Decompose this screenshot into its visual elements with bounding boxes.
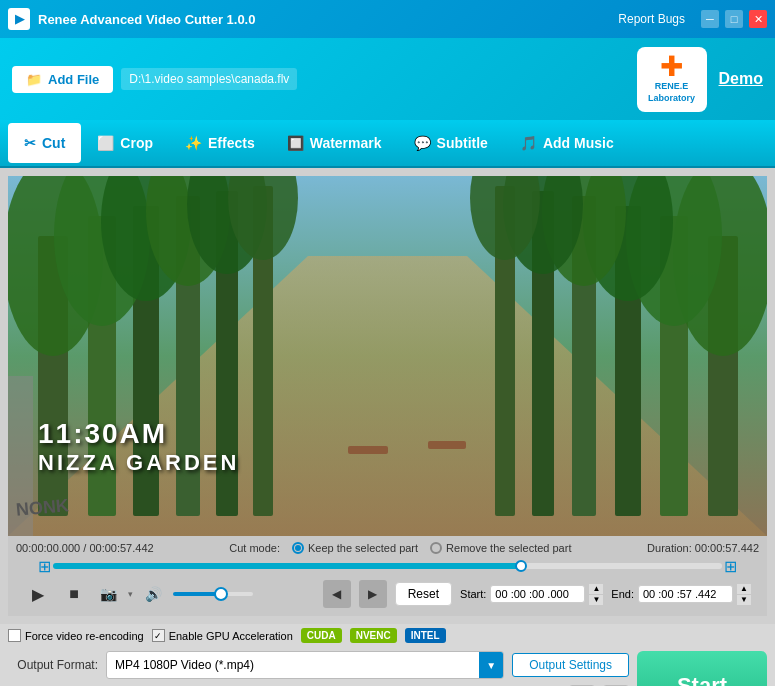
keep-selected-radio[interactable] [292,542,304,554]
minimize-button[interactable]: ─ [701,10,719,28]
crop-label: Crop [120,135,153,151]
file-path: D:\1.video samples\canada.flv [121,68,297,90]
stop-button[interactable]: ■ [60,580,88,608]
options-row: Force video re-encoding ✓ Enable GPU Acc… [0,624,775,647]
video-time-overlay: 11:30AM [38,418,239,450]
video-location-overlay: NIZZA GARDEN [38,450,239,476]
remove-selected-option[interactable]: Remove the selected part [430,542,571,554]
subtitle-label: Subtitle [437,135,488,151]
dropdown-arrow[interactable]: ▾ [128,589,133,599]
effects-icon: ✨ [185,135,202,151]
add-file-section: 📁 Add File D:\1.video samples\canada.flv [12,66,297,93]
main-content: NONK 11:30AM NIZZA GARDEN 00:00:00.000 /… [0,168,775,624]
maximize-button[interactable]: □ [725,10,743,28]
start-time-group: Start: ▲ ▼ [460,584,603,605]
subtitle-icon: 💬 [414,135,431,151]
add-music-label: Add Music [543,135,614,151]
start-time-up[interactable]: ▲ [589,584,603,594]
volume-icon: 🔊 [141,582,165,606]
camera-button[interactable]: 📷 [96,582,120,606]
add-music-tool-button[interactable]: 🎵 Add Music [504,123,630,163]
logo-section: ✚ RENE.E Laboratory Demo [637,47,763,112]
volume-slider[interactable] [173,592,253,596]
format-label: Output Format: [8,658,98,672]
current-time: 00:00:00.000 / 00:00:57.442 [16,542,154,554]
next-frame-button[interactable]: ▶ [359,580,387,608]
start-time-input[interactable] [490,585,585,603]
enable-gpu-option[interactable]: ✓ Enable GPU Acceleration [152,629,293,642]
video-overlay: 11:30AM NIZZA GARDEN [38,418,239,476]
start-time-spinners: ▲ ▼ [589,584,603,605]
logo-text: RENE.E Laboratory [648,81,695,104]
force-reencoding-checkbox[interactable] [8,629,21,642]
video-scene: NONK [8,176,767,536]
app-icon: ▶ [8,8,30,30]
title-bar-right: Report Bugs ─ □ ✕ [618,10,767,28]
remove-selected-radio[interactable] [430,542,442,554]
video-area[interactable]: NONK 11:30AM NIZZA GARDEN [8,176,767,536]
duration: Duration: 00:00:57.442 [647,542,759,554]
end-time-spinners: ▲ ▼ [737,584,751,605]
end-time-input[interactable] [638,585,733,603]
timeline-section: 00:00:00.000 / 00:00:57.442 Cut mode: Ke… [8,536,767,616]
close-button[interactable]: ✕ [749,10,767,28]
format-row: Output Format: MP4 1080P Video (*.mp4) ▼… [8,651,629,679]
logo-cross-icon: ✚ [660,53,683,81]
slider-right-arrow[interactable]: ⊞ [722,557,739,576]
timeline-slider-track[interactable] [53,563,722,569]
force-reencoding-label: Force video re-encoding [25,630,144,642]
watermark-icon: 🔲 [287,135,304,151]
play-button[interactable]: ▶ [24,580,52,608]
format-dropdown-arrow[interactable]: ▼ [479,652,503,678]
header-bar: 📁 Add File D:\1.video samples\canada.flv… [0,38,775,120]
cut-icon: ✂ [24,135,36,151]
end-time-up[interactable]: ▲ [737,584,751,594]
subtitle-tool-button[interactable]: 💬 Subtitle [398,123,504,163]
crop-tool-button[interactable]: ⬜ Crop [81,123,169,163]
prev-frame-button[interactable]: ◀ [323,580,351,608]
watermark-label: Watermark [310,135,382,151]
controls-bar: ▶ ■ 📷 ▾ 🔊 ◀ ▶ Reset Start: ▲ ▼ End: [16,576,759,612]
reset-button[interactable]: Reset [395,582,452,606]
start-time-down[interactable]: ▼ [589,595,603,605]
window-controls: ─ □ ✕ [701,10,767,28]
cuda-badge: CUDA [301,628,342,643]
action-area: Output Format: MP4 1080P Video (*.mp4) ▼… [0,647,775,686]
add-file-label: Add File [48,72,99,87]
demo-link[interactable]: Demo [719,70,763,88]
nvenc-badge: NVENC [350,628,397,643]
app-title: Renee Advanced Video Cutter 1.0.0 [38,12,255,27]
timeline-slider-container[interactable]: ⊞ ⊞ [16,556,759,576]
svg-rect-27 [348,446,388,454]
end-time-group: End: ▲ ▼ [611,584,751,605]
format-select-container[interactable]: MP4 1080P Video (*.mp4) ▼ [106,651,504,679]
start-button[interactable]: Start [637,651,767,686]
music-icon: 🎵 [520,135,537,151]
end-label: End: [611,588,634,600]
intel-badge: INTEL [405,628,446,643]
timeline-slider-thumb[interactable] [515,560,527,572]
format-value: MP4 1080P Video (*.mp4) [107,654,475,676]
add-file-icon: 📁 [26,72,42,87]
start-label: Start: [460,588,486,600]
cut-mode: Cut mode: Keep the selected part Remove … [229,542,571,554]
end-time-down[interactable]: ▼ [737,595,751,605]
title-bar-left: ▶ Renee Advanced Video Cutter 1.0.0 [8,8,255,30]
cut-label: Cut [42,135,65,151]
watermark-tool-button[interactable]: 🔲 Watermark [271,123,398,163]
title-bar: ▶ Renee Advanced Video Cutter 1.0.0 Repo… [0,0,775,38]
force-reencoding-option[interactable]: Force video re-encoding [8,629,144,642]
cut-tool-button[interactable]: ✂ Cut [8,123,81,163]
timeline-info: 00:00:00.000 / 00:00:57.442 Cut mode: Ke… [16,540,759,556]
crop-icon: ⬜ [97,135,114,151]
enable-gpu-checkbox[interactable]: ✓ [152,629,165,642]
keep-selected-option[interactable]: Keep the selected part [292,542,418,554]
slider-left-arrow[interactable]: ⊞ [36,557,53,576]
report-bugs-link[interactable]: Report Bugs [618,12,685,26]
left-options: Output Format: MP4 1080P Video (*.mp4) ▼… [8,651,629,686]
effects-tool-button[interactable]: ✨ Effects [169,123,271,163]
svg-rect-28 [428,441,466,449]
output-settings-button[interactable]: Output Settings [512,653,629,677]
logo-box: ✚ RENE.E Laboratory [637,47,707,112]
add-file-button[interactable]: 📁 Add File [12,66,113,93]
